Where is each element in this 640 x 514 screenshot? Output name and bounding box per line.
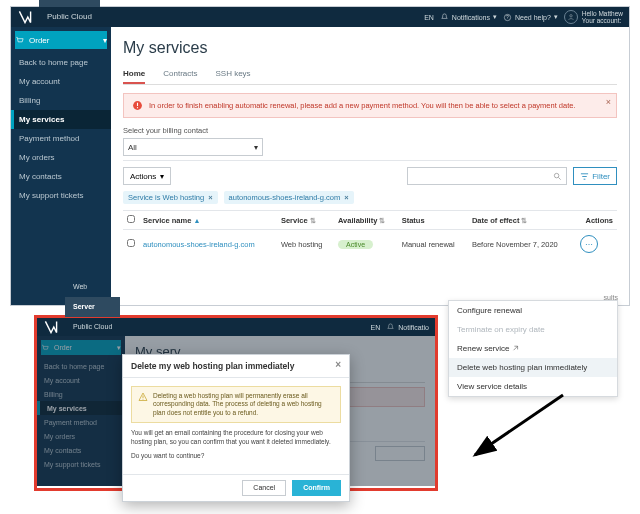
error-icon — [132, 100, 143, 111]
avatar-icon — [564, 10, 578, 24]
filter-chip[interactable]: Service is Web hosting× — [123, 191, 218, 204]
warning-icon — [138, 392, 148, 402]
chevron-down-icon: ▾ — [160, 172, 164, 181]
tab-ssh-keys[interactable]: SSH keys — [215, 65, 250, 84]
billing-contact-select[interactable]: All▾ — [123, 138, 263, 156]
select-all-checkbox[interactable] — [127, 215, 135, 223]
modal-title: Delete my web hosting plan immediately — [131, 361, 294, 371]
filter-icon — [580, 172, 589, 181]
svg-text:?: ? — [506, 15, 509, 20]
lang-selector[interactable]: EN — [424, 14, 434, 21]
topnav-public-cloud[interactable]: Public Cloud — [39, 7, 100, 27]
help-menu[interactable]: ? Need help?▾ — [503, 13, 558, 22]
svg-point-6 — [555, 173, 560, 178]
svg-rect-4 — [137, 103, 138, 106]
notifications-menu[interactable]: Notificatio — [386, 323, 429, 332]
col-actions: Actions — [576, 211, 617, 230]
col-date[interactable]: Date of effect⇅ — [468, 211, 576, 230]
sidebar-item-my-account[interactable]: My account — [11, 72, 111, 91]
filter-chip[interactable]: autonomous-shoes-ireland-g.com× — [224, 191, 354, 204]
row-actions-menu: Configure renewalTerminate on expiry dat… — [448, 300, 618, 397]
topnav-server[interactable]: Server — [39, 0, 100, 7]
topnav-web[interactable]: Web — [65, 277, 120, 297]
inset-screenshot: WebServerPublic CloudTelecomSunrise EN N… — [34, 315, 438, 491]
modal-close-icon[interactable]: × — [335, 361, 341, 371]
bell-icon — [386, 323, 395, 332]
actions-dropdown[interactable]: Actions▾ — [123, 167, 171, 185]
help-icon: ? — [503, 13, 512, 22]
table-row: autonomous-shoes-ireland-g.com Web hosti… — [123, 230, 617, 259]
sidebar-item-my-support-tickets[interactable]: My support tickets — [11, 186, 111, 205]
tab-contracts[interactable]: Contracts — [163, 65, 197, 84]
brand-logo[interactable] — [11, 10, 39, 24]
modal-text-1: You will get an email containing the pro… — [131, 429, 341, 447]
row-checkbox[interactable] — [127, 239, 135, 247]
cancel-button[interactable]: Cancel — [242, 480, 286, 496]
cell-service: Web hosting — [277, 230, 334, 259]
availability-badge: Active — [338, 240, 373, 249]
confirm-button[interactable]: Confirm — [292, 480, 341, 496]
topbar: WebServerPublic CloudTelecomSunrise EN N… — [11, 7, 629, 27]
annotation-arrow-icon — [463, 390, 573, 470]
lang-selector[interactable]: EN — [371, 324, 381, 331]
sidebar-item-back-to-home-page[interactable]: Back to home page — [11, 53, 111, 72]
chip-remove-icon[interactable]: × — [344, 193, 348, 202]
alert-text: In order to finish enabling automatic re… — [149, 101, 576, 110]
svg-rect-5 — [137, 107, 138, 108]
alert-banner: In order to finish enabling automatic re… — [123, 93, 617, 118]
delete-hosting-modal: Delete my web hosting plan immediately ×… — [122, 354, 350, 502]
alert-close-icon[interactable]: × — [606, 97, 611, 107]
account-menu[interactable]: Hello MatthewYour account: — [564, 10, 623, 24]
col-availability[interactable]: Availability⇅ — [334, 211, 398, 230]
notifications-menu[interactable]: Notifications▾ — [440, 13, 497, 22]
dd-item-delete-web-hosting-plan-immediately[interactable]: Delete web hosting plan immediately — [449, 358, 617, 377]
sidebar: Order▾ Back to home pageMy accountBillin… — [11, 27, 111, 305]
content-area: My services HomeContractsSSH keys In ord… — [111, 27, 629, 305]
page-title: My services — [123, 39, 617, 57]
billing-contact-label: Select your billing contact — [123, 126, 617, 135]
brand-logo[interactable] — [37, 320, 65, 334]
modal-warning: Deleting a web hosting plan will permane… — [131, 386, 341, 423]
service-name-link[interactable]: autonomous-shoes-ireland-g.com — [143, 240, 255, 249]
svg-line-13 — [475, 395, 563, 455]
sidebar-item-my-services[interactable]: My services — [11, 110, 111, 129]
col-service[interactable]: Service⇅ — [277, 211, 334, 230]
filter-button[interactable]: Filter — [573, 167, 617, 185]
svg-rect-11 — [143, 396, 144, 399]
order-button[interactable]: Order▾ — [15, 31, 107, 49]
modal-text-2: Do you want to continue? — [131, 452, 341, 461]
cell-status: Manual renewal — [398, 230, 468, 259]
topnav-public-cloud[interactable]: Public Cloud — [65, 317, 120, 337]
svg-rect-12 — [143, 399, 144, 400]
search-input[interactable] — [407, 167, 567, 185]
tabs: HomeContractsSSH keys — [123, 65, 617, 85]
cart-icon — [15, 36, 24, 45]
svg-point-2 — [570, 15, 572, 17]
services-table: Service name▲ Service⇅ Availability⇅ Sta… — [123, 210, 617, 258]
sidebar-item-payment-method[interactable]: Payment method — [11, 129, 111, 148]
bell-icon — [440, 13, 449, 22]
tab-home[interactable]: Home — [123, 65, 145, 84]
cell-date: Before November 7, 2020 — [468, 230, 576, 259]
dd-item-configure-renewal[interactable]: Configure renewal — [449, 301, 617, 320]
dd-item-terminate-on-expiry-date: Terminate on expiry date — [449, 320, 617, 339]
row-actions-button[interactable]: ⋯ — [580, 235, 598, 253]
col-status[interactable]: Status — [398, 211, 468, 230]
modal-backdrop: Delete my web hosting plan immediately ×… — [37, 336, 435, 486]
sidebar-item-my-contacts[interactable]: My contacts — [11, 167, 111, 186]
chip-remove-icon[interactable]: × — [208, 193, 212, 202]
sidebar-item-my-orders[interactable]: My orders — [11, 148, 111, 167]
search-icon — [553, 172, 562, 181]
topnav-server[interactable]: Server — [65, 297, 120, 317]
main-app-window: WebServerPublic CloudTelecomSunrise EN N… — [10, 6, 630, 306]
chevron-down-icon: ▾ — [254, 143, 258, 152]
dd-item-renew-service[interactable]: Renew service — [449, 339, 617, 358]
sidebar-item-billing[interactable]: Billing — [11, 91, 111, 110]
col-service-name[interactable]: Service name▲ — [139, 211, 277, 230]
filter-chips: Service is Web hosting×autonomous-shoes-… — [123, 191, 617, 204]
svg-line-7 — [559, 177, 561, 179]
